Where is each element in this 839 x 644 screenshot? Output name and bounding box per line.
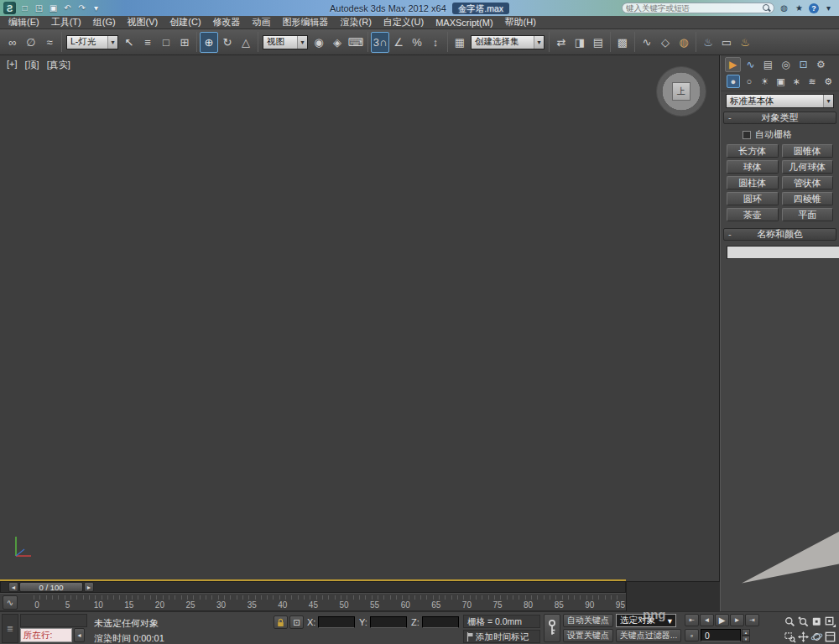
select-and-rotate-button[interactable]: ↻ bbox=[218, 32, 237, 53]
app-logo-icon[interactable]: S bbox=[3, 2, 16, 14]
viewport-shading-menu[interactable]: [真实] bbox=[47, 59, 70, 71]
viewport-general-menu[interactable]: [+] bbox=[7, 59, 18, 71]
auto-key-button[interactable]: 自动关键点 bbox=[563, 614, 613, 627]
keyboard-shortcut-override-button[interactable]: ⌨ bbox=[347, 32, 365, 53]
object-name-input[interactable] bbox=[727, 246, 839, 259]
sphere-button[interactable]: 球体 bbox=[727, 160, 779, 174]
menu-modifiers[interactable]: 修改器 bbox=[207, 16, 247, 29]
time-slider-handle[interactable]: 0 / 100 bbox=[19, 582, 83, 592]
menu-animation[interactable]: 动画 bbox=[247, 16, 277, 29]
maxscript-listener-field[interactable]: 所在行: bbox=[20, 628, 72, 642]
cone-button[interactable]: 圆锥体 bbox=[782, 144, 834, 158]
use-pivot-point-center-button[interactable]: ◉ bbox=[310, 32, 328, 53]
viewcube-top-face[interactable]: 上 bbox=[672, 82, 690, 101]
key-filters-button[interactable]: 关键点过滤器... bbox=[616, 629, 681, 642]
maxscript-listener-icon[interactable]: ≣ bbox=[2, 614, 18, 643]
go-to-end-button[interactable]: ⇥ bbox=[745, 614, 759, 626]
box-button[interactable]: 长方体 bbox=[727, 144, 779, 158]
play-button[interactable]: ▶ bbox=[715, 614, 729, 626]
schematic-view-button[interactable]: ◇ bbox=[656, 32, 675, 53]
search-icon[interactable] bbox=[763, 4, 770, 12]
menu-create[interactable]: 创建(C) bbox=[164, 16, 206, 29]
save-file-icon[interactable]: ▣ bbox=[47, 3, 60, 13]
material-editor-button[interactable]: ◍ bbox=[675, 32, 693, 53]
menu-graph-editors[interactable]: 图形编辑器 bbox=[277, 16, 335, 29]
spinner-down-icon[interactable]: ▾ bbox=[742, 636, 750, 642]
quick-access-dropdown-icon[interactable]: ▾ bbox=[90, 3, 102, 13]
layer-manager-button[interactable]: ▤ bbox=[589, 32, 607, 53]
key-mode-toggle[interactable]: ∘ bbox=[685, 629, 699, 641]
zoom-extents-all-icon[interactable] bbox=[823, 615, 836, 628]
tube-button[interactable]: 管状体 bbox=[782, 176, 834, 190]
current-frame-field[interactable] bbox=[701, 629, 741, 641]
space-warps-category[interactable]: ≋ bbox=[805, 75, 819, 88]
rectangular-selection-region-button[interactable]: □ bbox=[157, 32, 175, 53]
new-scene-icon[interactable]: □ bbox=[18, 3, 31, 13]
select-object-button[interactable]: ↖ bbox=[120, 32, 138, 53]
shapes-category[interactable]: ○ bbox=[743, 75, 756, 88]
absolute-offset-mode-toggle[interactable]: ⊡ bbox=[289, 615, 304, 629]
unlink-selection-button[interactable]: ∅ bbox=[22, 32, 40, 53]
set-keys-button[interactable] bbox=[544, 614, 560, 642]
zoom-extents-icon[interactable] bbox=[810, 615, 823, 628]
snaps-toggle-3d-button[interactable]: 3∩ bbox=[371, 32, 389, 53]
go-to-start-button[interactable]: ⇤ bbox=[685, 614, 699, 626]
chevron-down-icon[interactable]: ▾ bbox=[297, 36, 307, 49]
name-color-rollout-header[interactable]: - 名称和颜色 bbox=[723, 228, 836, 241]
cylinder-button[interactable]: 圆柱体 bbox=[727, 176, 779, 190]
systems-category[interactable]: ⚙ bbox=[821, 75, 835, 88]
viewport-pov-menu[interactable]: [顶] bbox=[25, 59, 39, 71]
menu-tools[interactable]: 工具(T) bbox=[45, 16, 87, 29]
teapot-button[interactable]: 茶壶 bbox=[727, 208, 779, 221]
create-tab[interactable]: ▶ bbox=[725, 57, 741, 72]
pyramid-button[interactable]: 四棱锥 bbox=[782, 192, 834, 205]
chevron-down-icon[interactable]: ▾ bbox=[107, 36, 117, 49]
motion-tab[interactable]: ◎ bbox=[778, 57, 794, 72]
zoom-icon[interactable] bbox=[783, 615, 796, 628]
helpers-category[interactable]: ∗ bbox=[789, 75, 803, 88]
window-crossing-button[interactable]: ⊞ bbox=[175, 32, 194, 53]
maximize-viewport-toggle-icon[interactable] bbox=[823, 630, 836, 643]
mini-curve-editor-button[interactable]: ∿ bbox=[3, 595, 18, 610]
zoom-all-icon[interactable] bbox=[796, 615, 810, 628]
listener-scroll-icon[interactable]: ◂ bbox=[74, 628, 85, 642]
menu-help[interactable]: 帮助(H) bbox=[499, 16, 542, 29]
autogrid-checkbox[interactable] bbox=[743, 131, 751, 139]
curve-editor-button[interactable]: ∿ bbox=[638, 32, 656, 53]
graphite-ribbon-toggle-button[interactable]: ▩ bbox=[613, 32, 632, 53]
mirror-button[interactable]: ⇄ bbox=[552, 32, 571, 53]
menu-views[interactable]: 视图(V) bbox=[122, 16, 164, 29]
render-setup-button[interactable]: ♨ bbox=[699, 32, 717, 53]
pan-view-icon[interactable] bbox=[796, 630, 810, 643]
edit-named-selection-sets-button[interactable]: ▦ bbox=[451, 32, 469, 53]
named-selection-sets-dropdown[interactable]: 创建选择集▾ bbox=[471, 35, 545, 49]
favorites-icon[interactable]: ★ bbox=[794, 3, 805, 13]
modify-tab[interactable]: ∿ bbox=[743, 57, 758, 72]
z-coordinate-field[interactable] bbox=[422, 616, 459, 628]
track-bar[interactable]: ∿ 05101520253035404550556065707580859095 bbox=[0, 593, 626, 611]
select-and-scale-button[interactable]: △ bbox=[237, 32, 255, 53]
primitive-dropdown[interactable]: 标准基本体 ▾ bbox=[726, 94, 834, 108]
viewport[interactable]: [+][顶][真实] 上 bbox=[0, 55, 720, 581]
time-slider[interactable]: ◄ 0 / 100 ► bbox=[0, 581, 626, 593]
select-and-link-button[interactable]: ∞ bbox=[3, 32, 22, 53]
bind-to-space-warp-button[interactable]: ≈ bbox=[40, 32, 59, 53]
object-type-rollout-header[interactable]: - 对象类型 bbox=[723, 112, 836, 124]
redo-icon[interactable]: ↷ bbox=[76, 3, 88, 13]
next-frame-button[interactable]: ► bbox=[730, 614, 744, 626]
menu-rendering[interactable]: 渲染(R) bbox=[335, 16, 378, 29]
menu-edit[interactable]: 编辑(E) bbox=[3, 16, 45, 29]
chevron-down-icon[interactable]: ▾ bbox=[534, 36, 544, 49]
spinner-snap-button[interactable]: ↕ bbox=[426, 32, 445, 53]
y-coordinate-field[interactable] bbox=[370, 616, 407, 628]
help-icon[interactable]: ? bbox=[809, 3, 819, 13]
infocenter-search-input[interactable] bbox=[626, 3, 763, 13]
plane-button[interactable]: 平面 bbox=[782, 208, 834, 221]
align-button[interactable]: ◨ bbox=[571, 32, 589, 53]
percent-snap-button[interactable]: % bbox=[408, 32, 426, 53]
rendered-frame-window-button[interactable]: ▭ bbox=[717, 32, 736, 53]
select-and-manipulate-button[interactable]: ◈ bbox=[328, 32, 347, 53]
macro-recorder-field[interactable] bbox=[20, 614, 87, 627]
select-and-move-button[interactable]: ⊕ bbox=[200, 32, 218, 53]
torus-button[interactable]: 圆环 bbox=[727, 192, 779, 205]
